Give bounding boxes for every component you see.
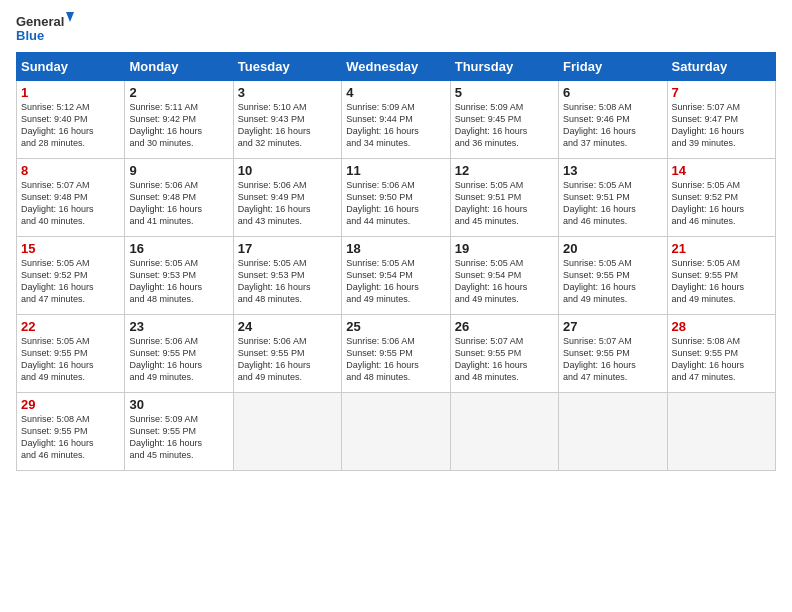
day-number: 23	[129, 319, 228, 334]
calendar-cell: 13Sunrise: 5:05 AM Sunset: 9:51 PM Dayli…	[559, 159, 667, 237]
day-number: 16	[129, 241, 228, 256]
calendar-cell: 20Sunrise: 5:05 AM Sunset: 9:55 PM Dayli…	[559, 237, 667, 315]
calendar-cell: 2Sunrise: 5:11 AM Sunset: 9:42 PM Daylig…	[125, 81, 233, 159]
calendar-week-5: 29Sunrise: 5:08 AM Sunset: 9:55 PM Dayli…	[17, 393, 776, 471]
day-number: 8	[21, 163, 120, 178]
day-info: Sunrise: 5:09 AM Sunset: 9:55 PM Dayligh…	[129, 413, 228, 462]
calendar-cell	[450, 393, 558, 471]
calendar-cell	[667, 393, 775, 471]
day-info: Sunrise: 5:06 AM Sunset: 9:48 PM Dayligh…	[129, 179, 228, 228]
calendar-week-2: 8Sunrise: 5:07 AM Sunset: 9:48 PM Daylig…	[17, 159, 776, 237]
day-info: Sunrise: 5:05 AM Sunset: 9:55 PM Dayligh…	[563, 257, 662, 306]
calendar-cell: 18Sunrise: 5:05 AM Sunset: 9:54 PM Dayli…	[342, 237, 450, 315]
day-info: Sunrise: 5:05 AM Sunset: 9:54 PM Dayligh…	[346, 257, 445, 306]
day-info: Sunrise: 5:10 AM Sunset: 9:43 PM Dayligh…	[238, 101, 337, 150]
logo: GeneralBlue	[16, 12, 76, 48]
calendar-cell: 9Sunrise: 5:06 AM Sunset: 9:48 PM Daylig…	[125, 159, 233, 237]
day-number: 4	[346, 85, 445, 100]
weekday-header-saturday: Saturday	[667, 53, 775, 81]
day-number: 14	[672, 163, 771, 178]
calendar-cell: 6Sunrise: 5:08 AM Sunset: 9:46 PM Daylig…	[559, 81, 667, 159]
calendar-cell: 8Sunrise: 5:07 AM Sunset: 9:48 PM Daylig…	[17, 159, 125, 237]
day-number: 17	[238, 241, 337, 256]
day-info: Sunrise: 5:08 AM Sunset: 9:55 PM Dayligh…	[672, 335, 771, 384]
calendar-cell: 21Sunrise: 5:05 AM Sunset: 9:55 PM Dayli…	[667, 237, 775, 315]
day-number: 5	[455, 85, 554, 100]
calendar-cell: 30Sunrise: 5:09 AM Sunset: 9:55 PM Dayli…	[125, 393, 233, 471]
day-info: Sunrise: 5:05 AM Sunset: 9:51 PM Dayligh…	[563, 179, 662, 228]
calendar-cell: 27Sunrise: 5:07 AM Sunset: 9:55 PM Dayli…	[559, 315, 667, 393]
weekday-header-monday: Monday	[125, 53, 233, 81]
calendar-cell: 14Sunrise: 5:05 AM Sunset: 9:52 PM Dayli…	[667, 159, 775, 237]
day-info: Sunrise: 5:07 AM Sunset: 9:48 PM Dayligh…	[21, 179, 120, 228]
weekday-header-sunday: Sunday	[17, 53, 125, 81]
calendar-cell: 10Sunrise: 5:06 AM Sunset: 9:49 PM Dayli…	[233, 159, 341, 237]
day-info: Sunrise: 5:12 AM Sunset: 9:40 PM Dayligh…	[21, 101, 120, 150]
calendar-cell: 29Sunrise: 5:08 AM Sunset: 9:55 PM Dayli…	[17, 393, 125, 471]
day-number: 18	[346, 241, 445, 256]
day-info: Sunrise: 5:05 AM Sunset: 9:55 PM Dayligh…	[21, 335, 120, 384]
day-number: 9	[129, 163, 228, 178]
svg-text:General: General	[16, 14, 64, 29]
calendar-cell: 3Sunrise: 5:10 AM Sunset: 9:43 PM Daylig…	[233, 81, 341, 159]
day-number: 3	[238, 85, 337, 100]
calendar-cell: 28Sunrise: 5:08 AM Sunset: 9:55 PM Dayli…	[667, 315, 775, 393]
day-number: 12	[455, 163, 554, 178]
calendar-cell: 16Sunrise: 5:05 AM Sunset: 9:53 PM Dayli…	[125, 237, 233, 315]
day-number: 20	[563, 241, 662, 256]
svg-marker-2	[66, 12, 74, 22]
calendar-table: SundayMondayTuesdayWednesdayThursdayFrid…	[16, 52, 776, 471]
calendar-cell: 17Sunrise: 5:05 AM Sunset: 9:53 PM Dayli…	[233, 237, 341, 315]
logo-svg: GeneralBlue	[16, 12, 76, 48]
day-number: 2	[129, 85, 228, 100]
day-info: Sunrise: 5:06 AM Sunset: 9:55 PM Dayligh…	[346, 335, 445, 384]
day-number: 19	[455, 241, 554, 256]
day-number: 21	[672, 241, 771, 256]
day-info: Sunrise: 5:06 AM Sunset: 9:55 PM Dayligh…	[238, 335, 337, 384]
day-info: Sunrise: 5:05 AM Sunset: 9:55 PM Dayligh…	[672, 257, 771, 306]
day-number: 13	[563, 163, 662, 178]
day-info: Sunrise: 5:05 AM Sunset: 9:54 PM Dayligh…	[455, 257, 554, 306]
calendar-cell: 19Sunrise: 5:05 AM Sunset: 9:54 PM Dayli…	[450, 237, 558, 315]
calendar-week-3: 15Sunrise: 5:05 AM Sunset: 9:52 PM Dayli…	[17, 237, 776, 315]
calendar-cell: 4Sunrise: 5:09 AM Sunset: 9:44 PM Daylig…	[342, 81, 450, 159]
weekday-header-tuesday: Tuesday	[233, 53, 341, 81]
calendar-cell: 22Sunrise: 5:05 AM Sunset: 9:55 PM Dayli…	[17, 315, 125, 393]
calendar-cell	[559, 393, 667, 471]
day-info: Sunrise: 5:07 AM Sunset: 9:47 PM Dayligh…	[672, 101, 771, 150]
day-info: Sunrise: 5:05 AM Sunset: 9:53 PM Dayligh…	[238, 257, 337, 306]
calendar-cell: 12Sunrise: 5:05 AM Sunset: 9:51 PM Dayli…	[450, 159, 558, 237]
day-info: Sunrise: 5:09 AM Sunset: 9:44 PM Dayligh…	[346, 101, 445, 150]
calendar-week-1: 1Sunrise: 5:12 AM Sunset: 9:40 PM Daylig…	[17, 81, 776, 159]
calendar-cell: 7Sunrise: 5:07 AM Sunset: 9:47 PM Daylig…	[667, 81, 775, 159]
day-info: Sunrise: 5:06 AM Sunset: 9:49 PM Dayligh…	[238, 179, 337, 228]
calendar-cell	[342, 393, 450, 471]
day-info: Sunrise: 5:05 AM Sunset: 9:52 PM Dayligh…	[21, 257, 120, 306]
day-number: 28	[672, 319, 771, 334]
day-number: 25	[346, 319, 445, 334]
day-number: 15	[21, 241, 120, 256]
day-number: 24	[238, 319, 337, 334]
calendar-cell: 1Sunrise: 5:12 AM Sunset: 9:40 PM Daylig…	[17, 81, 125, 159]
day-number: 22	[21, 319, 120, 334]
weekday-header-friday: Friday	[559, 53, 667, 81]
day-info: Sunrise: 5:07 AM Sunset: 9:55 PM Dayligh…	[455, 335, 554, 384]
weekday-header-thursday: Thursday	[450, 53, 558, 81]
calendar-cell: 26Sunrise: 5:07 AM Sunset: 9:55 PM Dayli…	[450, 315, 558, 393]
day-number: 26	[455, 319, 554, 334]
calendar-cell: 25Sunrise: 5:06 AM Sunset: 9:55 PM Dayli…	[342, 315, 450, 393]
day-number: 27	[563, 319, 662, 334]
calendar-cell: 15Sunrise: 5:05 AM Sunset: 9:52 PM Dayli…	[17, 237, 125, 315]
weekday-header-row: SundayMondayTuesdayWednesdayThursdayFrid…	[17, 53, 776, 81]
day-info: Sunrise: 5:06 AM Sunset: 9:55 PM Dayligh…	[129, 335, 228, 384]
day-number: 6	[563, 85, 662, 100]
day-info: Sunrise: 5:06 AM Sunset: 9:50 PM Dayligh…	[346, 179, 445, 228]
day-number: 30	[129, 397, 228, 412]
day-number: 11	[346, 163, 445, 178]
day-number: 7	[672, 85, 771, 100]
day-info: Sunrise: 5:11 AM Sunset: 9:42 PM Dayligh…	[129, 101, 228, 150]
day-info: Sunrise: 5:05 AM Sunset: 9:53 PM Dayligh…	[129, 257, 228, 306]
weekday-header-wednesday: Wednesday	[342, 53, 450, 81]
day-info: Sunrise: 5:08 AM Sunset: 9:55 PM Dayligh…	[21, 413, 120, 462]
calendar-cell: 11Sunrise: 5:06 AM Sunset: 9:50 PM Dayli…	[342, 159, 450, 237]
